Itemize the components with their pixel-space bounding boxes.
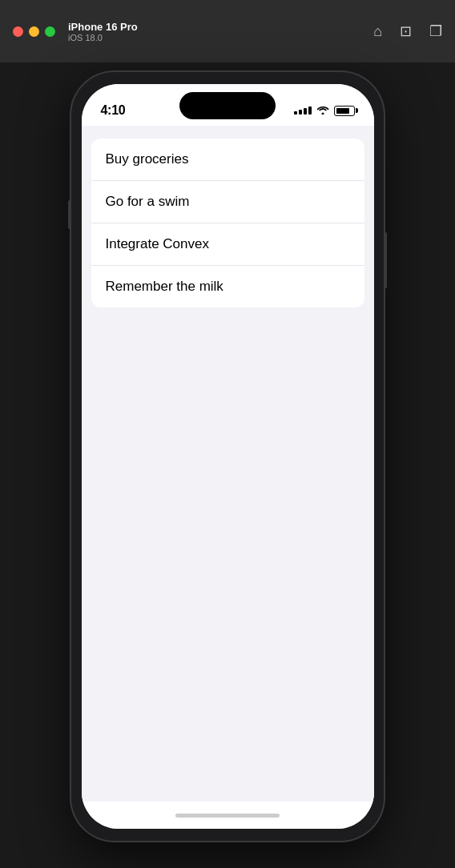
signal-bar-3 [304,108,307,115]
todo-item-1[interactable]: Buy groceries [91,139,364,181]
minimize-button[interactable] [29,26,39,37]
traffic-lights [13,26,55,37]
status-right-icons [294,104,355,117]
todo-item-3[interactable]: Integrate Convex [91,223,364,266]
signal-bar-2 [299,110,302,115]
status-bar: 4:10 [82,84,374,126]
battery-icon [334,106,355,116]
window-icon[interactable]: ❐ [429,22,442,40]
signal-bar-1 [294,111,297,115]
todo-item-4[interactable]: Remember the milk [91,266,364,307]
todo-item-2[interactable]: Go for a swim [91,181,364,223]
signal-bar-4 [308,106,312,115]
dynamic-island [179,92,276,119]
wifi-icon [316,104,329,117]
toolbar-icons: ⌂ ⊡ ❐ [373,22,442,40]
close-button[interactable] [13,26,23,37]
device-name-label: iPhone 16 Pro [68,21,138,33]
home-bar [175,814,280,818]
battery-fill [336,108,349,114]
phone-screen: 4:10 [82,84,374,829]
phone-frame: 4:10 [71,72,384,841]
todo-list-card: Buy groceries Go for a swim Integrate Co… [91,139,364,307]
screenshot-icon[interactable]: ⊡ [400,22,412,40]
maximize-button[interactable] [45,26,55,37]
mac-toolbar: iPhone 16 Pro iOS 18.0 ⌂ ⊡ ❐ [0,0,455,62]
signal-icon [294,106,312,115]
app-content: Buy groceries Go for a swim Integrate Co… [82,126,374,802]
home-indicator [82,802,374,829]
device-os-label: iOS 18.0 [68,33,138,42]
home-icon[interactable]: ⌂ [373,23,382,40]
status-time: 4:10 [101,103,126,118]
device-title: iPhone 16 Pro iOS 18.0 [68,21,138,42]
